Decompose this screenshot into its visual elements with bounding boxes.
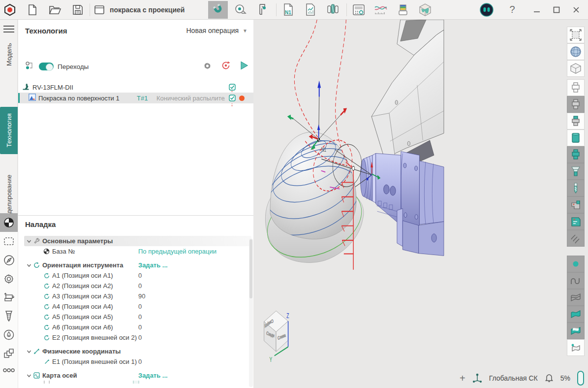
param-value-link[interactable]: Задать ... [138,372,168,379]
notifications-bell-icon[interactable] [545,373,554,384]
app-logo-icon [0,1,20,19]
parameters-gear-icon[interactable] [0,269,18,288]
curve-icon[interactable] [567,272,585,289]
setup-datum-icon[interactable] [0,213,18,232]
part-solid-icon[interactable] [567,129,585,146]
menu-icon[interactable] [3,24,14,34]
tool-name: Конический распылител [156,95,225,102]
run-simulation-icon[interactable] [240,61,248,72]
machine-checkbox[interactable] [229,84,236,92]
help-button[interactable]: ? [502,1,522,19]
workpiece-selection-icon[interactable] [0,232,18,251]
chevron-down-icon: ▼ [243,28,248,33]
rotate-axis-icon [43,304,50,310]
param-value-link[interactable]: Задать ... [138,261,168,269]
strategy-compass-icon[interactable] [0,251,18,269]
approach-retract-icon[interactable] [0,288,18,307]
calculator-button[interactable] [349,1,369,19]
param-row-partial[interactable] [18,381,253,384]
operation-checkbox[interactable] [229,95,236,103]
surface-icon[interactable] [567,306,585,323]
tool-number: T#1 [137,95,148,102]
param-section[interactable]: Основные параметры [18,236,253,246]
transitions-node-icon [25,61,34,72]
machine-head-icon[interactable] [567,196,585,213]
tree-row-operation[interactable]: Покраска по поверхности 1 T#1 Конический… [18,93,253,103]
robot-icon [22,83,30,92]
param-row[interactable]: База № По предыдущей операции [18,246,253,257]
param-row[interactable]: A6 (Позиция оси A6)0 [18,322,253,332]
rotate-axis-icon [43,283,50,289]
new-operation-dropdown[interactable]: Новая операция▼ [186,27,248,34]
param-row[interactable]: E1 (Позиция внешней оси 1)0 [18,356,253,367]
tool-icon[interactable] [0,307,18,325]
point-icon[interactable] [567,256,585,272]
param-row[interactable]: A5 (Позиция оси A5)0 [18,312,253,322]
hatch-icon[interactable] [567,230,585,247]
transitions-toggle[interactable] [39,63,54,70]
transform-icon[interactable] [0,344,18,363]
svg-text:N1: N1 [285,10,291,15]
simulation-button[interactable] [415,1,435,19]
progress-pill[interactable] [577,371,584,386]
part-cone-icon[interactable] [567,163,585,180]
rotate-axis-icon [43,324,50,330]
viewport-3d[interactable]: N1 Сверху Сзади Слева Z Y [253,20,588,388]
part-stock-icon[interactable] [567,96,585,113]
more-options-icon[interactable] [0,363,18,378]
paint-layers-button[interactable] [393,1,413,19]
assistant-button[interactable] [477,1,496,19]
box-view-icon[interactable] [567,60,585,77]
snap-magnet-button[interactable] [208,1,228,19]
chevron-down-icon [26,374,32,378]
active-csys-label[interactable]: Глобальная СК [489,374,538,382]
window-title: покраска с проекцией [110,6,185,14]
tool-library-button[interactable] [323,1,342,19]
surface-wireframe-icon[interactable] [567,289,585,306]
param-value-link[interactable]: По предыдущей операции [138,248,217,255]
graphs-button[interactable] [371,1,391,19]
nc-program-button[interactable]: N1 [279,1,298,19]
operation-settings-gear-icon[interactable] [203,61,212,72]
close-button[interactable] [566,1,586,19]
measure-tape-button[interactable] [231,1,250,19]
row-checkbox[interactable] [133,381,139,384]
surface-shaded-icon[interactable] [567,323,585,339]
tab-model[interactable]: Модель [0,42,18,67]
machine-active-icon[interactable] [567,213,585,230]
param-row[interactable]: A4 (Позиция оси A4)0 [18,301,253,312]
status-dot [239,96,245,101]
globe-view-icon[interactable] [567,43,585,60]
minimize-button[interactable] [527,1,547,19]
tree-row-machine[interactable]: RV-13FLM-DII [18,82,253,93]
csys-tripod-icon[interactable] [472,373,482,384]
transitions-label: Переходы [58,63,89,70]
wrench-icon [33,238,40,244]
panel-scrollbar[interactable] [249,238,253,387]
feeds-speeds-icon[interactable] [0,325,18,344]
param-row[interactable]: E2 (Позиция внешней оси 2)0 [18,332,253,343]
open-file-button[interactable] [45,1,65,19]
param-row[interactable]: A3 (Позиция оси A3)90 [18,291,253,301]
report-button[interactable] [301,1,320,19]
add-csys-icon[interactable]: + [460,373,465,384]
param-row[interactable]: A1 (Позиция оси A1)0 [18,270,253,281]
toolpath-node[interactable] [352,166,355,171]
part-blank-icon[interactable] [567,79,585,96]
param-row[interactable]: A2 (Позиция оси A2)0 [18,281,253,291]
save-button[interactable] [68,1,88,19]
param-section[interactable]: Карта осей Задать ... [18,370,253,381]
recalculate-icon[interactable] [221,61,231,72]
caliper-button[interactable] [252,1,272,19]
surface-selected-icon[interactable] [567,339,585,356]
datum-icon [43,248,50,255]
maximize-button[interactable] [547,1,566,19]
tool-drill-icon[interactable] [567,180,585,196]
new-document-button[interactable] [23,1,42,19]
tab-technology[interactable]: Технология [0,107,18,154]
part-machined-icon[interactable] [567,146,585,163]
param-section[interactable]: Ориентация инструмента Задать ... [18,260,253,270]
zoom-fit-icon[interactable] [567,27,585,43]
param-section[interactable]: Физические координаты [18,346,253,356]
part-partial-icon[interactable] [567,113,585,129]
